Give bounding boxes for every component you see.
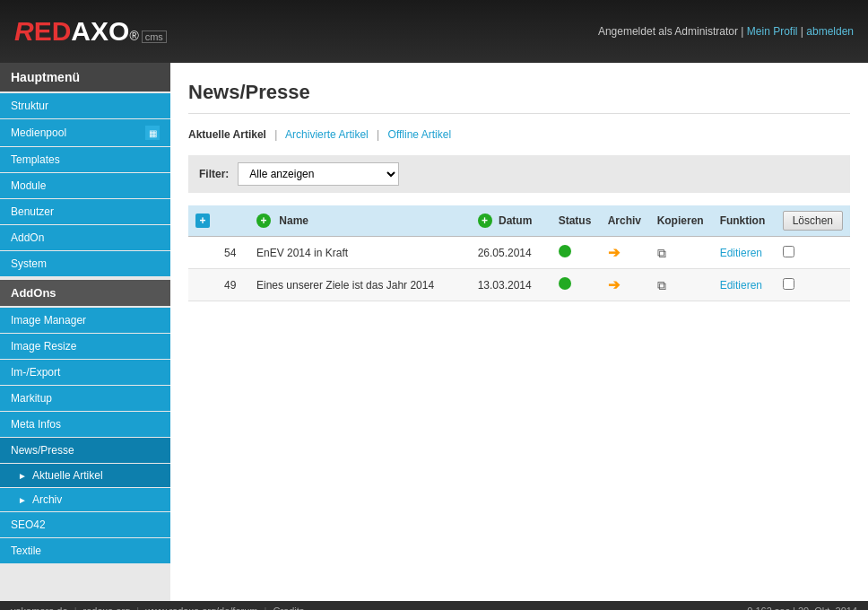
my-profile-link[interactable]: Mein Profil: [747, 25, 798, 38]
article-tabs: Aktuelle Artikel | Archivierte Artikel |…: [188, 128, 850, 141]
row-kopieren-cell: [650, 269, 713, 301]
sidebar-item-label: Benutzer: [11, 205, 54, 218]
row-datum-cell: 13.03.2014: [471, 269, 551, 301]
edit-link[interactable]: Editieren: [720, 247, 762, 259]
footer-link-forum[interactable]: www.redaxo.org/de/forum: [145, 606, 257, 610]
logo-brand: REDAXO®cms: [14, 16, 167, 47]
loeschen-button[interactable]: Löschen: [783, 211, 843, 231]
subitem-label: Archiv: [32, 493, 62, 506]
archiv-arrow-icon[interactable]: ➔: [608, 245, 620, 260]
row-status-cell: [551, 237, 601, 269]
col-kopieren-header: Kopieren: [650, 205, 713, 237]
filter-label: Filter:: [199, 168, 229, 180]
addon-label: News/Presse: [11, 444, 74, 457]
sidebar-item-label: Templates: [11, 153, 60, 166]
reg-mark: ®: [129, 29, 138, 43]
sidebar-item-module[interactable]: Module: [0, 173, 170, 198]
header-right: Angemeldet als Administrator | Mein Prof…: [598, 25, 854, 38]
row-name-cell: Eines unserer Ziele ist das Jahr 2014: [249, 269, 471, 301]
sidebar-subitem-aktuelle-artikel[interactable]: ► Aktuelle Artikel: [0, 464, 170, 487]
tab-offline-artikel[interactable]: Offline Artikel: [388, 128, 451, 141]
delete-checkbox[interactable]: [783, 246, 794, 257]
name-add-icon[interactable]: +: [256, 214, 271, 228]
sidebar-item-addon[interactable]: AddOn: [0, 225, 170, 250]
sidebar-item-struktur[interactable]: Struktur: [0, 93, 170, 118]
chevron-right-icon: ►: [18, 471, 27, 481]
col-name-header: + Name: [249, 205, 471, 237]
col-loeschen-header: Löschen: [776, 205, 850, 237]
footer-link-redaxo[interactable]: redaxo.org: [83, 606, 131, 610]
row-datum-cell: 26.05.2014: [471, 237, 551, 269]
row-archiv-cell: ➔: [601, 269, 650, 301]
footer: yakamara.de | redaxo.org | www.redaxo.or…: [0, 601, 868, 610]
archiv-arrow-icon[interactable]: ➔: [608, 277, 620, 292]
sidebar-item-label: System: [11, 257, 47, 270]
col-id-header: [217, 205, 249, 237]
footer-links: yakamara.de | redaxo.org | www.redaxo.or…: [11, 606, 304, 610]
sidebar-addon-seo42[interactable]: SEO42: [0, 512, 170, 537]
tab-aktuelle-artikel[interactable]: Aktuelle Artikel: [188, 128, 266, 141]
logo-cms-tag: cms: [142, 30, 167, 43]
articles-table: + + Name + Datum Status Archiv Kopieren …: [188, 205, 850, 301]
content: News/Presse Aktuelle Artikel | Archivier…: [170, 63, 868, 601]
col-add-header: +: [188, 205, 217, 237]
footer-sep: |: [265, 606, 267, 610]
row-del-cell: [776, 237, 850, 269]
sidebar-addon-meta-infos[interactable]: Meta Infos: [0, 412, 170, 437]
logout-link[interactable]: abmelden: [806, 25, 854, 38]
row-del-cell: [776, 269, 850, 301]
row-id-cell: 49: [217, 269, 249, 301]
addon-label: Image Resize: [11, 340, 76, 353]
medienpool-expand-icon: ▦: [145, 126, 160, 140]
edit-link[interactable]: Editieren: [720, 279, 762, 292]
sidebar-addon-image-resize[interactable]: Image Resize: [0, 334, 170, 359]
row-funktion-cell: Editieren: [713, 237, 776, 269]
delete-checkbox[interactable]: [783, 278, 794, 290]
row-archiv-cell: ➔: [601, 237, 650, 269]
footer-sep: |: [74, 606, 77, 610]
sidebar-item-templates[interactable]: Templates: [0, 147, 170, 172]
logged-in-text: Angemeldet als Administrator: [598, 25, 738, 38]
logo-axo: AXO: [71, 16, 129, 47]
copy-icon[interactable]: [657, 278, 673, 291]
sidebar-item-benutzer[interactable]: Benutzer: [0, 199, 170, 224]
sidebar-item-medienpool[interactable]: Medienpool ▦: [0, 119, 170, 146]
tab-separator: |: [274, 128, 277, 141]
logo-ed: ED: [34, 16, 72, 47]
filter-bar: Filter: Alle anzeigen Aktiv Inaktiv: [188, 155, 850, 193]
sidebar-item-label: Struktur: [11, 100, 48, 112]
sidebar-addon-im-export[interactable]: Im-/Export: [0, 360, 170, 385]
addon-label: SEO42: [11, 518, 46, 531]
datum-add-icon[interactable]: +: [478, 214, 492, 228]
footer-link-credits[interactable]: Credits: [273, 606, 304, 610]
sidebar-addon-markitup[interactable]: Markitup: [0, 386, 170, 411]
addon-label: Markitup: [11, 392, 52, 405]
subitem-label: Aktuelle Artikel: [32, 469, 103, 482]
sidebar-item-label: Medienpool: [11, 126, 66, 139]
addon-label: Image Manager: [11, 314, 86, 327]
copy-icon[interactable]: [657, 246, 673, 258]
sidebar-addon-news-presse[interactable]: News/Presse: [0, 438, 170, 463]
sidebar-addon-textile[interactable]: Textile: [0, 538, 170, 563]
col-archiv-header: Archiv: [601, 205, 650, 237]
footer-performance: 0,162 sec | 20. Okt. 2014: [747, 606, 857, 610]
col-status-header: Status: [551, 205, 601, 237]
logo-r: R: [14, 16, 34, 47]
sidebar-subitem-archiv[interactable]: ► Archiv: [0, 488, 170, 511]
sidebar-item-label: Module: [11, 179, 46, 192]
tab-archivierte-artikel[interactable]: Archivierte Artikel: [285, 128, 369, 141]
add-article-icon[interactable]: +: [195, 214, 210, 228]
header: REDAXO®cms Angemeldet als Administrator …: [0, 0, 868, 63]
chevron-right-icon: ►: [18, 495, 27, 505]
sidebar-item-system[interactable]: System: [0, 251, 170, 276]
main-menu-title: Hauptmenü: [0, 63, 170, 92]
row-kopieren-cell: [650, 237, 713, 269]
row-status-cell: [551, 269, 601, 301]
addon-label: Meta Infos: [11, 418, 61, 431]
tab-separator: |: [377, 128, 379, 141]
sidebar-addon-image-manager[interactable]: Image Manager: [0, 308, 170, 333]
col-datum-header: + Datum: [471, 205, 551, 237]
filter-select[interactable]: Alle anzeigen Aktiv Inaktiv: [238, 162, 399, 186]
footer-sep: |: [136, 606, 139, 610]
footer-link-yakamara[interactable]: yakamara.de: [11, 606, 68, 610]
